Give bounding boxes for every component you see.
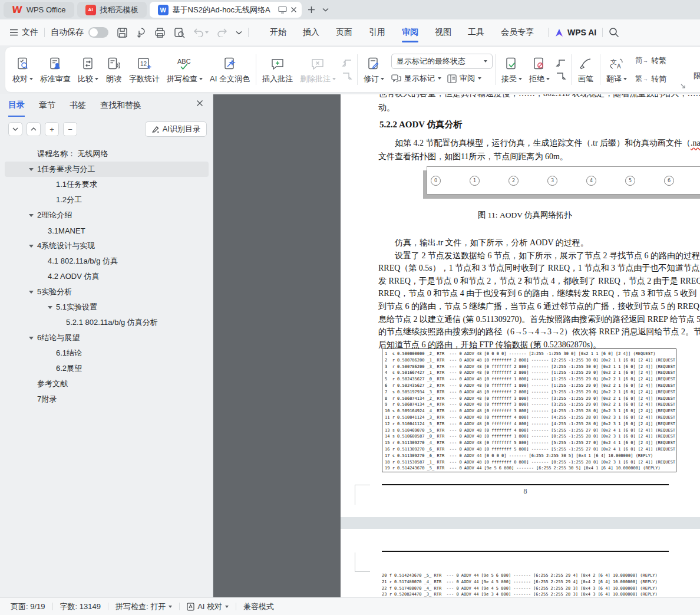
new-tab-button[interactable]: [305, 3, 319, 17]
close-icon[interactable]: [290, 6, 297, 13]
doc-paragraph-line: 到节点 6 的路由，节点 5 继续广播，当节点 6 通过邻节点的广播，接收到节点…: [378, 300, 700, 313]
toc-item[interactable]: 4.1 802.11a/b/g 仿真: [5, 254, 209, 269]
brush-button[interactable]: 画笔: [574, 54, 597, 85]
toc-collapse-arrow-icon[interactable]: [48, 306, 52, 309]
ai-recognize-toc-button[interactable]: AI识别目录: [145, 121, 207, 137]
autosave-toggle[interactable]: [88, 27, 108, 38]
menu-tab[interactable]: 页面: [328, 19, 361, 45]
search-icon[interactable]: [609, 27, 619, 38]
delete-comment-button[interactable]: 删除批注: [296, 54, 339, 85]
menu-tab[interactable]: 插入: [295, 19, 328, 45]
redo-icon[interactable]: [217, 28, 227, 37]
next-change-icon[interactable]: [556, 72, 566, 80]
toc-item[interactable]: 1.2分工: [5, 192, 209, 208]
menu-tab[interactable]: 工具: [460, 19, 493, 45]
toc-item[interactable]: 参考文献: [5, 376, 209, 392]
toc-item-label: 6.1结论: [56, 348, 82, 359]
ai-polish-icon: [223, 55, 237, 73]
menu-tab[interactable]: 会员专享: [493, 19, 542, 45]
translate-button[interactable]: 文A 翻译: [603, 54, 630, 85]
toc-collapse-arrow-icon[interactable]: [29, 245, 34, 248]
toc-collapse-up-button[interactable]: [27, 122, 41, 136]
tab-list-chevron-icon[interactable]: [319, 3, 333, 17]
document-page-8[interactable]: 也有较大的容量，但是其传输速度慢，……，802.11b 表现稳定，随着流量数的增…: [341, 94, 700, 517]
toc-item[interactable]: 课程名称： 无线网络: [5, 146, 209, 162]
toc-item[interactable]: 7附录: [5, 392, 209, 407]
menu-tab[interactable]: 视图: [427, 19, 460, 45]
print-icon[interactable]: [154, 27, 166, 38]
review-pane-button[interactable]: 审阅: [447, 71, 481, 85]
sidebar-tab-catalog[interactable]: 目录: [8, 94, 25, 117]
sidebar-tab-find-replace[interactable]: 查找和替换: [100, 94, 141, 117]
undo-icon[interactable]: [193, 28, 204, 37]
toc-expand-down-button[interactable]: [8, 122, 22, 136]
toc-item[interactable]: 4.2 AODV 仿真: [5, 269, 209, 284]
monitor-icon[interactable]: [278, 6, 287, 14]
spell-check-status[interactable]: 拼写检查: 打开: [115, 601, 172, 612]
doc-paragraph-line: 息给节点 2 以建立通信 (第 0.511309270)。首先按照路由搜索到的路…: [378, 313, 700, 326]
document-canvas[interactable]: 也有较大的容量，但是其传输速度慢，……，802.11b 表现稳定，随着流量数的增…: [213, 94, 700, 597]
wps-ai-button[interactable]: WPS AI: [554, 28, 596, 37]
toc-item[interactable]: 6.1结论: [5, 346, 209, 361]
footer-rule: [382, 484, 669, 485]
menu-tab[interactable]: 审阅: [394, 19, 427, 45]
more-commands-chevron-icon[interactable]: [236, 31, 242, 35]
export-pdf-icon[interactable]: [136, 27, 146, 38]
ai-proofread-status[interactable]: AI 校对: [187, 601, 229, 612]
save-icon[interactable]: [117, 27, 128, 38]
insert-comment-button[interactable]: 插入批注: [259, 54, 296, 85]
toc-collapse-arrow-icon[interactable]: [29, 214, 34, 217]
word-count-button[interactable]: 12 字数统计: [126, 54, 163, 85]
toc-item[interactable]: 5.2.1 802.11a/b/g 仿真分析: [5, 315, 209, 330]
tab-wps-office[interactable]: W WPS Office: [4, 2, 74, 18]
toc-item[interactable]: 5实验分析: [5, 284, 209, 300]
sidebar-tab-bookmarks[interactable]: 书签: [70, 94, 86, 117]
file-menu[interactable]: 文件: [9, 27, 38, 38]
toc-collapse-arrow-icon[interactable]: [29, 337, 34, 340]
restrict-edit-button[interactable]: 限制编辑: [690, 51, 700, 83]
previous-comment-icon[interactable]: [342, 59, 352, 67]
file-menu-label: 文件: [22, 27, 38, 38]
markup-state-dropdown[interactable]: 显示标记的最终状态: [391, 54, 493, 69]
toc-item-label: 6.2展望: [56, 363, 82, 374]
menu-tab[interactable]: 开始: [262, 19, 295, 45]
toc-item[interactable]: 6.2展望: [5, 361, 209, 376]
toc-item[interactable]: 5.1实验设置: [5, 300, 209, 315]
word-count-indicator[interactable]: 字数: 13149: [60, 601, 101, 612]
toc-zoom-in-button[interactable]: +: [45, 122, 59, 136]
accept-button[interactable]: 接受: [498, 54, 526, 85]
toc-collapse-arrow-icon[interactable]: [29, 291, 34, 294]
toc-item[interactable]: 2理论介绍: [5, 208, 209, 223]
toc-item[interactable]: 4系统设计与实现: [5, 238, 209, 254]
trace-line: 20 f 0.514243670 _5_ RTR --- 0 AODV 44 […: [382, 573, 658, 579]
ai-polish-button[interactable]: AI 全文润色: [206, 54, 253, 85]
menu-tab[interactable]: 引用: [361, 19, 394, 45]
group-expand-icon[interactable]: [681, 84, 686, 89]
print-preview-icon[interactable]: [174, 27, 185, 38]
to-traditional-button[interactable]: 简→ 转繁: [635, 54, 666, 68]
reject-button[interactable]: 拒绝: [526, 54, 553, 85]
previous-change-icon[interactable]: [556, 59, 566, 67]
sidebar-close-icon[interactable]: [196, 100, 203, 107]
toc-item[interactable]: 1.1任务要求: [5, 177, 209, 192]
document-page-9[interactable]: 20 f 0.514243670 _5_ RTR --- 0 AODV 44 […: [341, 529, 700, 597]
toc-item[interactable]: 1任务要求与分工: [5, 162, 209, 177]
to-simplified-button[interactable]: 繁→ 转简: [635, 72, 666, 86]
toc-zoom-out-button[interactable]: −: [63, 122, 77, 136]
spell-check-button[interactable]: ABC 拼写检查: [163, 54, 206, 85]
doc-paragraph-line: 设置了 2 节点发送数据给 6 节点，如下所示，展示了节点 2 寻找节点 6 的…: [378, 249, 700, 262]
tab-document[interactable]: W 基于NS2的Ad-hoc无线网络A: [150, 2, 302, 18]
show-markup-button[interactable]: 显示标记: [391, 71, 441, 85]
compare-button[interactable]: 比较: [74, 54, 102, 85]
standard-review-button[interactable]: 标准审查: [37, 54, 74, 85]
read-aloud-button[interactable]: 朗读: [102, 54, 126, 85]
track-changes-button[interactable]: 修订: [360, 54, 388, 85]
toc-collapse-arrow-icon[interactable]: [29, 168, 34, 171]
toc-item[interactable]: 3.1MANET: [5, 223, 209, 238]
sidebar-tab-chapters[interactable]: 章节: [39, 94, 55, 117]
next-comment-icon[interactable]: [342, 72, 352, 80]
tab-docer-template[interactable]: AI 找稻壳模板: [77, 2, 147, 18]
toc-item[interactable]: 6结论与展望: [5, 330, 209, 346]
proofread-button[interactable]: 校对: [9, 54, 37, 85]
page-indicator[interactable]: 页面: 9/19: [11, 601, 45, 612]
